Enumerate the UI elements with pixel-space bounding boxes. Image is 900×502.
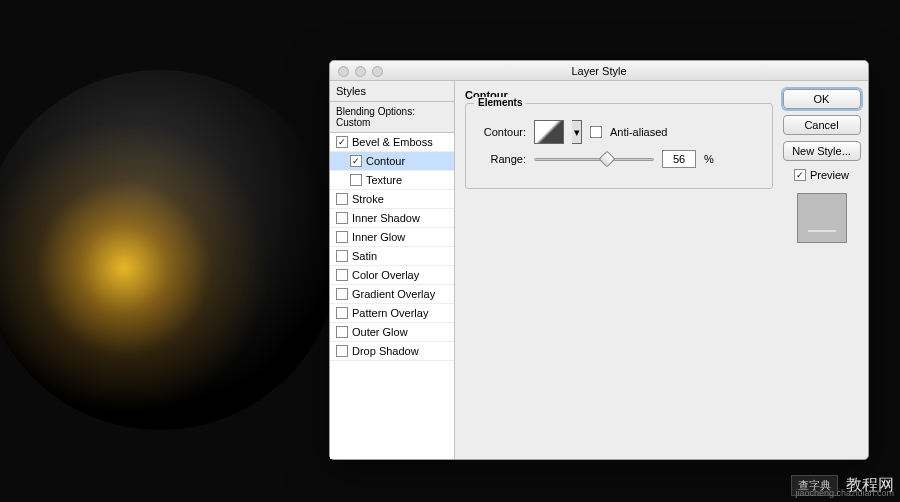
- sidebar-item-color-overlay[interactable]: Color Overlay: [330, 266, 454, 285]
- cancel-button[interactable]: Cancel: [783, 115, 861, 135]
- close-icon[interactable]: [338, 66, 349, 77]
- sidebar-item-label: Contour: [366, 155, 405, 167]
- styles-sidebar: Styles Blending Options: Custom Bevel & …: [330, 81, 455, 459]
- range-slider[interactable]: [534, 152, 654, 166]
- sidebar-item-label: Inner Shadow: [352, 212, 420, 224]
- slider-handle[interactable]: [599, 151, 616, 168]
- contour-dropdown[interactable]: ▾: [572, 120, 582, 144]
- watermark-url: jiaocheng.chazidian.com: [795, 488, 894, 498]
- style-checkbox[interactable]: [350, 174, 362, 186]
- layer-style-dialog: Layer Style Styles Blending Options: Cus…: [329, 60, 869, 460]
- sidebar-item-label: Color Overlay: [352, 269, 419, 281]
- sidebar-item-satin[interactable]: Satin: [330, 247, 454, 266]
- elements-group: Elements Contour: ▾ Anti-aliased Range: …: [465, 103, 773, 189]
- sidebar-item-label: Texture: [366, 174, 402, 186]
- sidebar-item-label: Satin: [352, 250, 377, 262]
- dialog-buttons: OK Cancel New Style... Preview: [783, 81, 868, 459]
- contour-label: Contour:: [476, 126, 526, 138]
- style-checkbox[interactable]: [336, 231, 348, 243]
- style-checkbox[interactable]: [336, 212, 348, 224]
- style-checkbox[interactable]: [350, 155, 362, 167]
- sidebar-item-label: Pattern Overlay: [352, 307, 428, 319]
- sidebar-item-label: Outer Glow: [352, 326, 408, 338]
- range-input[interactable]: 56: [662, 150, 696, 168]
- blending-options[interactable]: Blending Options: Custom: [330, 102, 454, 133]
- style-checkbox[interactable]: [336, 326, 348, 338]
- zoom-icon[interactable]: [372, 66, 383, 77]
- group-label: Elements: [474, 97, 526, 108]
- minimize-icon[interactable]: [355, 66, 366, 77]
- style-checkbox[interactable]: [336, 288, 348, 300]
- sidebar-item-label: Gradient Overlay: [352, 288, 435, 300]
- dialog-title: Layer Style: [571, 65, 626, 77]
- range-unit: %: [704, 153, 714, 165]
- sidebar-item-outer-glow[interactable]: Outer Glow: [330, 323, 454, 342]
- sidebar-item-bevel-emboss[interactable]: Bevel & Emboss: [330, 133, 454, 152]
- sidebar-item-label: Stroke: [352, 193, 384, 205]
- dialog-titlebar[interactable]: Layer Style: [330, 61, 868, 81]
- new-style-button[interactable]: New Style...: [783, 141, 861, 161]
- sidebar-header[interactable]: Styles: [330, 81, 454, 102]
- sidebar-item-pattern-overlay[interactable]: Pattern Overlay: [330, 304, 454, 323]
- style-checkbox[interactable]: [336, 193, 348, 205]
- sidebar-item-gradient-overlay[interactable]: Gradient Overlay: [330, 285, 454, 304]
- sidebar-item-label: Bevel & Emboss: [352, 136, 433, 148]
- sidebar-item-stroke[interactable]: Stroke: [330, 190, 454, 209]
- chevron-down-icon: ▾: [574, 126, 580, 139]
- sidebar-item-contour[interactable]: Contour: [330, 152, 454, 171]
- artwork-glow: [0, 70, 340, 430]
- sidebar-item-label: Drop Shadow: [352, 345, 419, 357]
- sidebar-item-label: Inner Glow: [352, 231, 405, 243]
- sidebar-item-texture[interactable]: Texture: [330, 171, 454, 190]
- contour-panel: Contour Elements Contour: ▾ Anti-aliased…: [455, 81, 783, 459]
- sidebar-item-drop-shadow[interactable]: Drop Shadow: [330, 342, 454, 361]
- style-checkbox[interactable]: [336, 250, 348, 262]
- slider-track: [534, 158, 654, 161]
- watermark: 查字典 教程网 jiaocheng.chazidian.com: [791, 475, 894, 496]
- antialiased-label: Anti-aliased: [610, 126, 667, 138]
- ok-button[interactable]: OK: [783, 89, 861, 109]
- style-checkbox[interactable]: [336, 269, 348, 281]
- contour-thumbnail[interactable]: [534, 120, 564, 144]
- preview-checkbox[interactable]: [794, 169, 806, 181]
- preview-label: Preview: [810, 169, 849, 181]
- antialiased-checkbox[interactable]: [590, 126, 602, 138]
- sidebar-item-inner-shadow[interactable]: Inner Shadow: [330, 209, 454, 228]
- sidebar-item-inner-glow[interactable]: Inner Glow: [330, 228, 454, 247]
- style-checkbox[interactable]: [336, 345, 348, 357]
- preview-swatch: [797, 193, 847, 243]
- style-checkbox[interactable]: [336, 136, 348, 148]
- range-label: Range:: [476, 153, 526, 165]
- traffic-lights: [338, 66, 383, 77]
- style-checkbox[interactable]: [336, 307, 348, 319]
